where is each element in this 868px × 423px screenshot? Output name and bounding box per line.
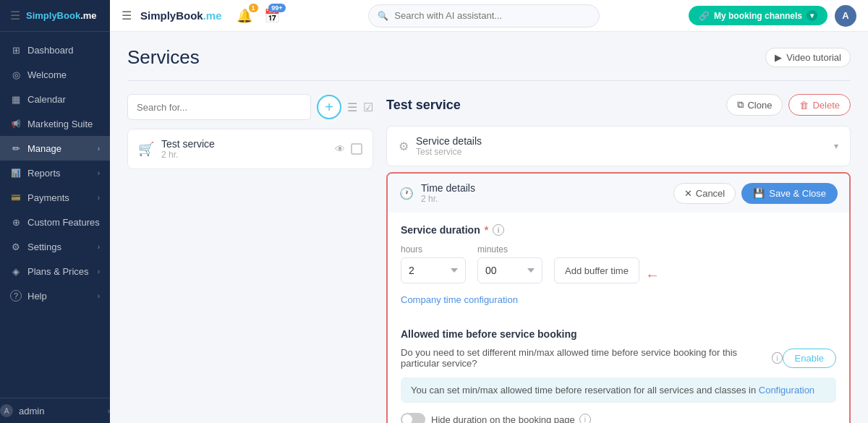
info-banner: You can set min/max allowed time before … xyxy=(401,377,836,403)
company-time-link[interactable]: Company time configuration xyxy=(401,294,518,305)
time-details-section: 🕐 Time details 2 hr. ✕ Cancel xyxy=(386,172,851,423)
sidebar-item-plans[interactable]: ◈ Plans & Prices › xyxy=(0,259,110,283)
services-search-row: + ☰ ☑ xyxy=(127,94,373,120)
service-card-duration: 2 hr. xyxy=(161,150,328,160)
service-details-header[interactable]: ⚙ Service details Test service ▾ xyxy=(387,127,850,166)
save-close-button[interactable]: 💾 Save & Close xyxy=(741,183,838,204)
service-details-subtitle: Test service xyxy=(416,147,482,157)
enable-button[interactable]: Enable xyxy=(783,349,836,368)
hours-select[interactable]: 2 xyxy=(401,257,466,283)
settings-icon: ⚙ xyxy=(10,241,22,252)
sidebar-item-dashboard[interactable]: ⊞ Dashboard xyxy=(0,38,110,62)
sidebar-item-payments[interactable]: 💳 Payments › xyxy=(0,185,110,210)
video-tutorial-label: Video tutorial xyxy=(786,52,841,63)
hours-label: hours xyxy=(401,244,466,255)
sidebar-label-admin: admin xyxy=(19,406,44,416)
sidebar-item-manage[interactable]: ✏ Manage › xyxy=(0,136,110,161)
sidebar-item-settings[interactable]: ⚙ Settings › xyxy=(0,234,110,259)
detail-actions: ⧉ Clone 🗑 Delete xyxy=(726,94,851,116)
admin-icon: A xyxy=(0,404,13,417)
allowed-time-text: Do you need to set different min/max all… xyxy=(401,347,783,369)
service-details-icon: ⚙ xyxy=(399,140,409,153)
toggle-row: Hide duration on the booking page i xyxy=(401,413,836,423)
configuration-link[interactable]: Configuration xyxy=(759,385,814,396)
allowed-time-info-icon[interactable]: i xyxy=(772,352,782,364)
my-booking-channels-button[interactable]: 🔗 My booking channels ▾ xyxy=(689,6,827,25)
search-icon: 🔍 xyxy=(378,11,388,21)
bell-badge: 1 xyxy=(249,4,258,12)
search-bar[interactable]: 🔍 xyxy=(368,4,600,27)
time-details-actions: ✕ Cancel 💾 Save & Close xyxy=(673,183,838,204)
eye-icon[interactable]: 👁 xyxy=(335,143,345,155)
booking-btn-label: My booking channels xyxy=(714,11,802,21)
reports-icon: 📊 xyxy=(10,167,22,179)
toggle-info-icon[interactable]: i xyxy=(579,414,591,423)
dashboard-icon: ⊞ xyxy=(10,44,22,56)
detail-header: Test service ⧉ Clone 🗑 Delete xyxy=(386,94,851,116)
notification-bell[interactable]: 🔔 1 xyxy=(237,8,252,24)
cancel-label: Cancel xyxy=(696,188,725,199)
welcome-icon: ◎ xyxy=(10,69,22,80)
sidebar-item-calendar[interactable]: ▦ Calendar xyxy=(0,87,110,111)
page-title: Services xyxy=(127,46,200,69)
clone-button[interactable]: ⧉ Clone xyxy=(726,94,783,116)
custom-icon: ⊕ xyxy=(10,216,22,228)
menu-icon[interactable]: ☰ xyxy=(122,9,132,22)
search-input[interactable] xyxy=(394,10,590,21)
buffer-label: Add buffer time xyxy=(565,265,629,276)
cancel-icon: ✕ xyxy=(684,188,692,199)
hide-duration-toggle[interactable] xyxy=(401,413,425,423)
service-details-chevron-icon: ▾ xyxy=(834,141,838,151)
service-details-section: ⚙ Service details Test service ▾ xyxy=(386,126,851,166)
check-view-icon[interactable]: ☑ xyxy=(363,101,373,114)
delete-label: Delete xyxy=(812,100,840,111)
sidebar-label-help: Help xyxy=(27,291,47,302)
save-icon: 💾 xyxy=(753,188,765,199)
sidebar-item-welcome[interactable]: ◎ Welcome xyxy=(0,62,110,87)
minutes-select[interactable]: 00 xyxy=(477,257,542,283)
allowed-time-title: Allowed time before service booking xyxy=(401,328,836,340)
content: Services ▶ Video tutorial + ☰ ☑ 🛒 Test xyxy=(110,32,868,423)
list-view-icon[interactable]: ☰ xyxy=(347,101,357,114)
manage-icon: ✏ xyxy=(10,142,22,154)
sidebar-item-reports[interactable]: 📊 Reports › xyxy=(0,161,110,185)
sidebar-item-marketing[interactable]: 📢 Marketing Suite xyxy=(0,111,110,136)
plans-chevron-icon: › xyxy=(98,268,100,275)
duration-info-icon[interactable]: i xyxy=(493,224,504,236)
hamburger-icon[interactable]: ☰ xyxy=(10,9,20,22)
sidebar-label-marketing: Marketing Suite xyxy=(27,119,93,129)
service-card-info: Test service 2 hr. xyxy=(161,138,328,160)
chevron-right-icon: › xyxy=(98,145,100,153)
add-buffer-time-button[interactable]: Add buffer time xyxy=(554,257,639,283)
avatar[interactable]: A xyxy=(835,5,856,27)
sidebar: ☰ SimplyBook.me ⊞ Dashboard ◎ Welcome ▦ … xyxy=(0,0,110,423)
plans-icon: ◈ xyxy=(10,265,22,277)
cancel-button[interactable]: ✕ Cancel xyxy=(673,183,736,204)
sidebar-item-custom[interactable]: ⊕ Custom Features xyxy=(0,210,110,234)
calendar-notifications[interactable]: 📅 99+ xyxy=(264,8,280,24)
service-card-checkbox[interactable] xyxy=(351,143,362,155)
service-card[interactable]: 🛒 Test service 2 hr. 👁 xyxy=(127,129,373,169)
topnav-logo-dot: .me xyxy=(203,9,222,22)
sidebar-item-help[interactable]: ? Help › xyxy=(0,283,110,308)
sidebar-label-custom: Custom Features xyxy=(27,217,100,228)
add-service-button[interactable]: + xyxy=(317,95,341,119)
delete-button[interactable]: 🗑 Delete xyxy=(788,94,851,116)
link-icon: 🔗 xyxy=(699,11,710,21)
admin-chevron-icon: › xyxy=(108,407,110,415)
service-card-name: Test service xyxy=(161,138,328,150)
reports-chevron-icon: › xyxy=(98,169,100,177)
page-header: Services ▶ Video tutorial xyxy=(127,46,851,69)
services-search-input[interactable] xyxy=(127,94,311,120)
toggle-label: Hide duration on the booking page i xyxy=(431,414,591,423)
sidebar-admin[interactable]: A admin › xyxy=(0,398,110,423)
sidebar-menu: ⊞ Dashboard ◎ Welcome ▦ Calendar 📢 Marke… xyxy=(0,32,110,398)
video-tutorial-button[interactable]: ▶ Video tutorial xyxy=(765,48,851,67)
detail-title: Test service xyxy=(386,98,461,113)
help-chevron-icon: › xyxy=(98,292,100,300)
play-icon: ▶ xyxy=(775,52,782,63)
hours-field: hours 2 xyxy=(401,244,466,283)
duration-row: hours 2 minutes 00 xyxy=(401,244,836,283)
topnav: ☰ SimplyBook.me 🔔 1 📅 99+ 🔍 🔗 My booking… xyxy=(110,0,868,32)
time-details-title: Time details xyxy=(421,182,475,194)
